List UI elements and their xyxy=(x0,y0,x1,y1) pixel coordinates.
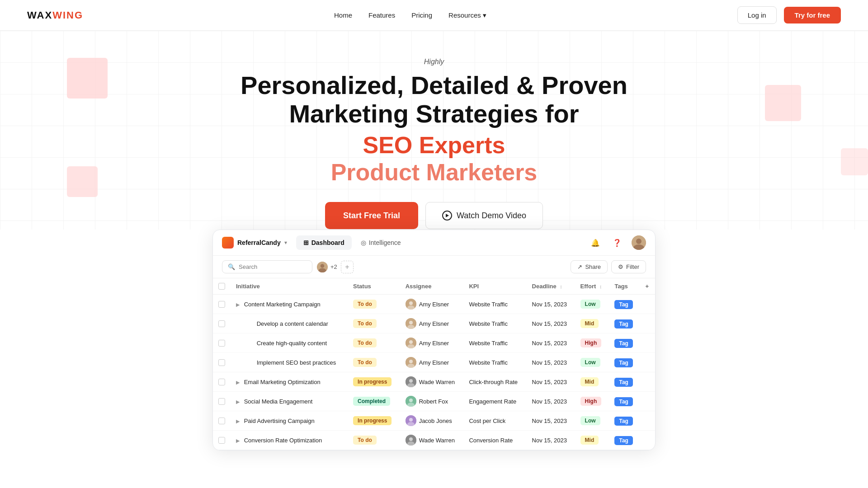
row-deadline-cell: Nov 15, 2023 xyxy=(527,372,575,392)
try-free-button[interactable]: Try for free xyxy=(784,7,841,23)
row-tags-cell: Tag xyxy=(609,431,640,450)
table-row: ▶ Social Media Engagement Completed Robe… xyxy=(213,392,655,411)
start-trial-button[interactable]: Start Free Trial xyxy=(325,202,418,229)
svg-point-10 xyxy=(409,321,413,324)
search-input[interactable] xyxy=(239,263,307,270)
row-checkbox[interactable] xyxy=(218,398,225,405)
row-checkbox[interactable] xyxy=(218,379,225,385)
svg-point-25 xyxy=(409,418,413,422)
row-assignee-cell: Amy Elsner xyxy=(400,353,464,372)
row-checkbox[interactable] xyxy=(218,320,225,327)
nav-pricing[interactable]: Pricing xyxy=(411,11,432,19)
table-row: ▶ Paid Advertising Campaign In progress … xyxy=(213,411,655,431)
watch-demo-button[interactable]: Watch Demo Video xyxy=(425,202,543,229)
row-effort-cell: High xyxy=(575,333,609,353)
demo-label: Watch Demo Video xyxy=(457,211,526,221)
row-checkbox[interactable] xyxy=(218,359,225,366)
hero-rotating-text-2: Product Marketers xyxy=(0,159,868,186)
initiative-label: Conversion Rate Optimization xyxy=(244,437,322,444)
initiative-label: Email Marketing Optimization xyxy=(244,379,321,385)
row-checkbox[interactable] xyxy=(218,340,225,347)
notification-icon[interactable]: 🔔 xyxy=(588,235,603,250)
row-tags-cell: Tag xyxy=(609,333,640,353)
add-button[interactable]: + xyxy=(341,261,354,273)
row-initiative-cell: Create high-quality content xyxy=(231,333,348,353)
nav-home[interactable]: Home xyxy=(334,11,352,19)
effort-sort-icon[interactable]: ↕ xyxy=(599,284,602,289)
row-status-cell: Completed xyxy=(348,392,400,411)
share-button[interactable]: ↗ Share xyxy=(571,260,608,273)
row-deadline-cell: Nov 15, 2023 xyxy=(527,431,575,450)
row-checkbox[interactable] xyxy=(218,301,225,308)
svg-point-4 xyxy=(321,264,325,268)
row-initiative-cell: ▶ Conversion Rate Optimization xyxy=(231,431,348,450)
row-tags-cell: Tag xyxy=(609,314,640,333)
expand-chevron-icon[interactable]: ▶ xyxy=(236,418,240,424)
row-status-cell: To do xyxy=(348,314,400,333)
expand-chevron-icon[interactable]: ▶ xyxy=(236,302,240,308)
assignee-avatar xyxy=(406,435,416,446)
row-effort-cell: High xyxy=(575,392,609,411)
assignee-avatar-1 xyxy=(316,261,329,273)
table-row: Create high-quality content To do Amy El… xyxy=(213,333,655,353)
search-box[interactable]: 🔍 xyxy=(222,260,312,273)
login-button[interactable]: Log in xyxy=(737,6,777,24)
expand-chevron-icon[interactable]: ▶ xyxy=(236,399,240,405)
tag-badge: Tag xyxy=(614,339,632,348)
row-initiative-cell: ▶ Paid Advertising Campaign xyxy=(231,411,348,431)
assignee-avatar xyxy=(406,299,416,310)
svg-point-13 xyxy=(409,340,413,344)
deadline-value: Nov 15, 2023 xyxy=(532,418,567,424)
nav-resources[interactable]: Resources ▾ xyxy=(448,11,486,19)
tab-dashboard[interactable]: ⊞ Dashboard xyxy=(296,235,352,250)
assignee-name: Amy Elsner xyxy=(419,359,449,366)
expand-chevron-icon[interactable]: ▶ xyxy=(236,438,240,444)
deadline-sort-icon[interactable]: ↕ xyxy=(560,284,562,289)
header-checkbox[interactable] xyxy=(218,283,225,290)
row-checkbox[interactable] xyxy=(218,418,225,424)
expand-chevron-icon[interactable]: ▶ xyxy=(236,380,240,385)
row-kpi-cell: Website Traffic xyxy=(463,353,526,372)
nav-features[interactable]: Features xyxy=(368,11,395,19)
status-badge: To do xyxy=(353,300,377,309)
deadline-value: Nov 15, 2023 xyxy=(532,340,567,347)
col-add[interactable]: + xyxy=(640,278,655,295)
tab-intelligence[interactable]: ◎ Intelligence xyxy=(354,235,408,250)
initiative-label: Content Marketing Campaign xyxy=(244,301,321,308)
navbar: WAXWING Home Features Pricing Resources … xyxy=(0,0,868,31)
tag-badge: Tag xyxy=(614,358,632,367)
status-badge: In progress xyxy=(353,416,392,425)
row-effort-cell: Low xyxy=(575,353,609,372)
status-badge: To do xyxy=(353,358,377,367)
row-assignee-cell: Jacob Jones xyxy=(400,411,464,431)
search-icon: 🔍 xyxy=(228,263,235,270)
col-checkbox xyxy=(213,278,231,295)
dash-toolbar: 🔍 +2 + ↗ Share ⚙ F xyxy=(213,256,655,278)
col-assignee: Assignee xyxy=(400,278,464,295)
row-checkbox[interactable] xyxy=(218,437,225,444)
user-avatar[interactable] xyxy=(632,235,646,250)
effort-badge: Low xyxy=(580,416,600,425)
row-deadline-cell: Nov 15, 2023 xyxy=(527,333,575,353)
col-kpi: KPI xyxy=(463,278,526,295)
hero-content: Highly Personalized, Detailed & Proven M… xyxy=(0,58,868,229)
dash-brand[interactable]: ReferralCandy ▾ xyxy=(222,237,287,249)
assignee-avatar xyxy=(406,396,416,407)
row-tags-cell: Tag xyxy=(609,411,640,431)
hero-rotating-text-1: SEO Experts xyxy=(0,131,868,159)
dashboard-section: ReferralCandy ▾ ⊞ Dashboard ◎ Intelligen… xyxy=(0,230,868,469)
nav-links: Home Features Pricing Resources ▾ xyxy=(334,11,486,19)
assignee-name: Amy Elsner xyxy=(419,320,449,327)
filter-button[interactable]: ⚙ Filter xyxy=(611,260,646,273)
row-initiative-cell: ▶ Email Marketing Optimization xyxy=(231,372,348,392)
tag-badge: Tag xyxy=(614,319,632,328)
hero-tag: Highly xyxy=(0,58,868,66)
svg-point-19 xyxy=(409,379,413,383)
row-kpi-cell: Cost per Click xyxy=(463,411,526,431)
assignee-avatar xyxy=(406,338,416,348)
help-icon[interactable]: ❓ xyxy=(610,235,624,250)
status-badge: In progress xyxy=(353,377,392,386)
status-badge: To do xyxy=(353,319,377,328)
assignee-avatar xyxy=(406,318,416,329)
row-check-cell xyxy=(213,431,231,450)
